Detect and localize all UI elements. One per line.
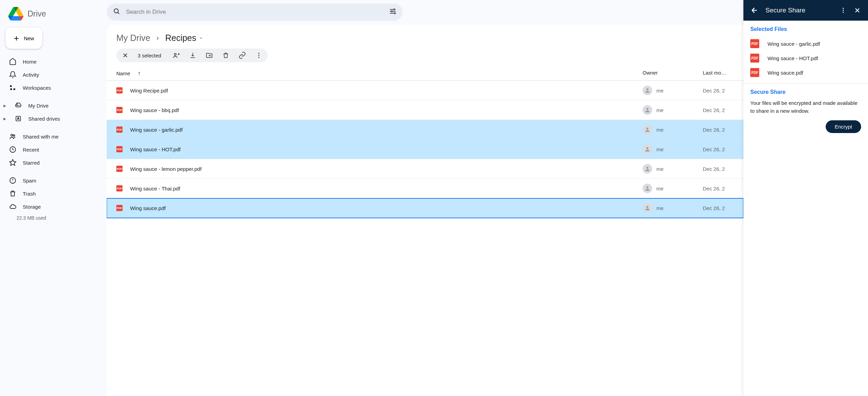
selection-toolbar: 3 selected	[116, 48, 268, 62]
link-button[interactable]	[238, 51, 246, 59]
nav-my-drive[interactable]: ▶ My Drive	[0, 99, 107, 112]
breadcrumb-current[interactable]: Recipes	[165, 33, 203, 43]
star-icon	[9, 159, 17, 166]
file-row[interactable]: PDF Wing Recipe.pdf me Dec 26, 2	[107, 81, 743, 100]
nav-label: Workspaces	[23, 85, 51, 91]
svg-point-13	[394, 13, 396, 14]
share-button[interactable]	[172, 51, 180, 59]
svg-point-11	[394, 9, 395, 10]
clear-selection-button[interactable]	[121, 51, 129, 59]
panel-file-item: PDF Wing sauce - garlic.pdf	[750, 36, 861, 51]
owner-text: me	[656, 186, 664, 191]
panel-more-button[interactable]	[840, 7, 847, 14]
svg-point-1	[10, 88, 12, 90]
selection-count: 3 selected	[138, 53, 161, 58]
breadcrumb-root[interactable]: My Drive	[116, 33, 150, 43]
search-bar[interactable]	[107, 3, 403, 21]
nav-shared-drives[interactable]: ▶ Shared drives	[0, 112, 107, 125]
owner-text: me	[656, 146, 664, 152]
file-row[interactable]: PDF Wing sauce - Thai.pdf me Dec 26, 2	[107, 179, 743, 198]
pdf-icon: PDF	[750, 39, 759, 48]
modified-text: Dec 26, 2	[703, 88, 734, 94]
svg-marker-8	[10, 160, 16, 165]
svg-point-19	[646, 108, 648, 110]
pdf-icon: PDF	[116, 166, 123, 172]
panel-file-name: Wing sauce.pdf	[768, 70, 803, 76]
nav-workspaces[interactable]: Workspaces	[0, 81, 107, 94]
nav-home[interactable]: Home	[0, 55, 107, 68]
pdf-icon: PDF	[750, 54, 759, 63]
spam-icon	[9, 177, 17, 184]
svg-point-2	[13, 88, 15, 90]
nav-label: Spam	[23, 178, 36, 184]
svg-point-17	[258, 57, 260, 58]
move-button[interactable]	[205, 51, 213, 59]
back-button[interactable]	[750, 6, 759, 14]
svg-point-22	[646, 167, 648, 169]
nav-starred[interactable]: Starred	[0, 156, 107, 169]
logo-area[interactable]: Drive	[0, 4, 107, 28]
main-content: My Drive › Recipes 3 selected	[107, 0, 743, 396]
panel-file-item: PDF Wing sauce - HOT.pdf	[750, 51, 861, 65]
trash-icon	[9, 190, 17, 197]
caret-down-icon	[199, 36, 203, 40]
secure-share-section-title: Secure Share	[750, 89, 861, 95]
shared-drives-icon	[14, 115, 22, 122]
nav-shared-with-me[interactable]: Shared with me	[0, 130, 107, 143]
people-icon	[9, 133, 17, 140]
svg-point-5	[11, 134, 13, 136]
file-row[interactable]: PDF Wing sauce - bbq.pdf me Dec 26, 2	[107, 100, 743, 120]
avatar-icon	[643, 86, 652, 95]
modified-text: Dec 26, 2	[703, 205, 734, 211]
panel-file-name: Wing sauce - garlic.pdf	[768, 41, 820, 47]
svg-point-26	[843, 10, 844, 11]
panel-close-button[interactable]	[854, 7, 861, 14]
pdf-icon: PDF	[116, 126, 123, 133]
modified-text: Dec 26, 2	[703, 146, 734, 152]
delete-button[interactable]	[222, 51, 230, 59]
file-row[interactable]: PDF Wing sauce.pdf me Dec 26, 2	[107, 198, 743, 218]
column-name-label: Name	[116, 70, 130, 76]
encrypt-button[interactable]: Encrypt	[826, 120, 861, 133]
avatar-icon	[643, 144, 652, 154]
nav-storage[interactable]: Storage	[0, 200, 107, 213]
svg-point-21	[646, 147, 648, 149]
owner-text: me	[656, 107, 664, 113]
column-modified[interactable]: Last mo…	[703, 70, 734, 77]
file-list: PDF Wing Recipe.pdf me Dec 26, 2 PDF Win…	[107, 81, 743, 218]
new-button[interactable]: + New	[6, 28, 42, 49]
chevron-right-icon: ▶	[3, 117, 8, 121]
drive-icon	[14, 102, 22, 109]
nav-activity[interactable]: Activity	[0, 68, 107, 81]
owner-text: me	[656, 88, 664, 94]
column-owner[interactable]: Owner	[643, 70, 703, 77]
drive-logo-icon	[8, 7, 23, 21]
nav-recent[interactable]: Recent	[0, 143, 107, 156]
svg-point-15	[258, 53, 260, 54]
svg-point-23	[646, 186, 648, 188]
nav-label: Activity	[23, 72, 39, 78]
svg-point-0	[10, 85, 12, 87]
sidebar: Drive + New Home Activity Workspaces	[0, 0, 107, 396]
file-name-text: Wing sauce - bbq.pdf	[130, 107, 179, 113]
tune-icon[interactable]	[389, 8, 396, 16]
file-row[interactable]: PDF Wing sauce - garlic.pdf me Dec 26, 2	[107, 120, 743, 140]
pdf-icon: PDF	[116, 146, 123, 152]
chevron-right-icon: ›	[157, 34, 159, 43]
file-row[interactable]: PDF Wing sauce - HOT.pdf me Dec 26, 2	[107, 140, 743, 159]
file-name-text: Wing sauce - HOT.pdf	[130, 146, 181, 152]
file-name-text: Wing sauce - Thai.pdf	[130, 186, 180, 191]
download-button[interactable]	[189, 51, 197, 59]
svg-point-20	[646, 128, 648, 130]
breadcrumb-current-label: Recipes	[165, 33, 196, 43]
nav-trash[interactable]: Trash	[0, 187, 107, 200]
panel-file-name: Wing sauce - HOT.pdf	[768, 55, 818, 61]
nav-label: Recent	[23, 147, 39, 153]
search-input[interactable]	[126, 9, 389, 15]
more-button[interactable]	[255, 51, 263, 59]
column-name[interactable]: Name ↑	[116, 70, 643, 77]
nav-spam[interactable]: Spam	[0, 174, 107, 187]
panel-file-item: PDF Wing sauce.pdf	[750, 65, 861, 80]
file-name-text: Wing sauce.pdf	[130, 205, 166, 211]
file-row[interactable]: PDF Wing sauce - lemon pepper.pdf me Dec…	[107, 159, 743, 179]
